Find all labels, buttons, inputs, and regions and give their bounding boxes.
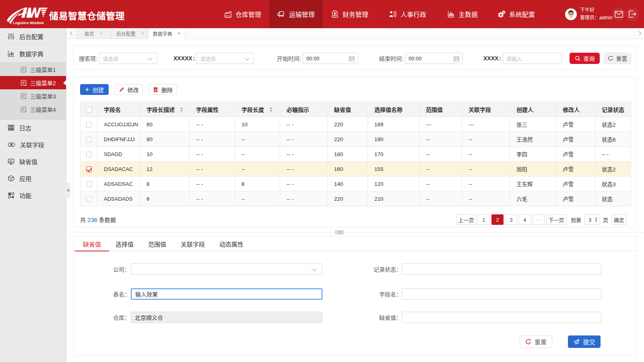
svg-text:Logistics Wisdom: Logistics Wisdom (13, 21, 44, 25)
